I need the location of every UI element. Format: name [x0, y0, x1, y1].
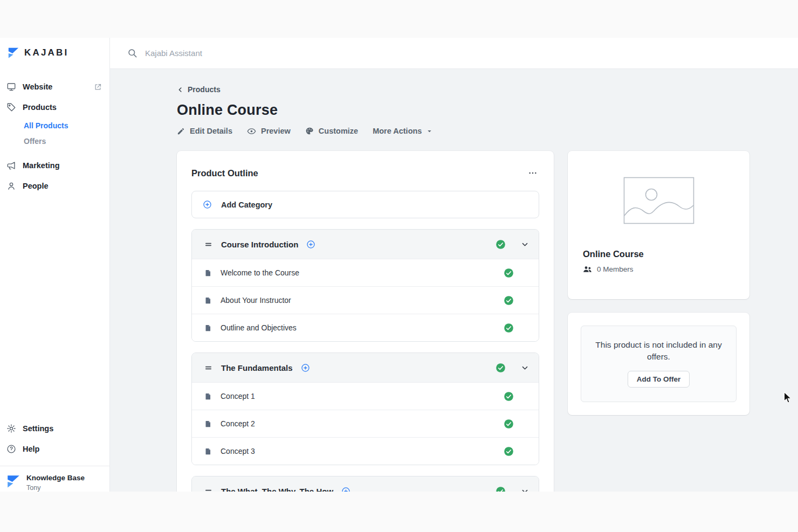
document-icon [204, 324, 212, 332]
collapse-chevron-icon[interactable] [521, 240, 529, 248]
lesson-title: Welcome to the Course [221, 268, 495, 277]
more-actions-button[interactable]: More Actions [373, 127, 432, 135]
members-label: 0 Members [597, 265, 634, 273]
lesson-title: Concept 2 [221, 419, 495, 428]
offers-empty-state: This product is not included in any offe… [581, 326, 737, 402]
user-name: Tony [26, 484, 85, 492]
published-check-icon [496, 486, 506, 492]
add-to-offer-button[interactable]: Add To Offer [628, 371, 690, 388]
drag-handle-icon[interactable] [204, 240, 212, 248]
sidebar: KAJABI Website Products All Prod [0, 38, 110, 492]
search-icon [127, 48, 137, 58]
main-content: Products Online Course Edit Details Prev… [110, 69, 798, 492]
sidebar-item-people[interactable]: People [0, 176, 109, 196]
collapse-chevron-icon[interactable] [521, 487, 529, 492]
product-summary-card: Online Course 0 Members [568, 151, 749, 299]
document-icon [204, 392, 212, 400]
lesson-row[interactable]: Concept 3 [192, 437, 539, 465]
kajabi-mark-avatar [6, 474, 20, 488]
add-lesson-icon[interactable] [341, 487, 350, 492]
section-header[interactable]: The Fundamentals [192, 353, 539, 382]
product-card-title: Online Course [583, 249, 749, 259]
published-check-icon [504, 391, 514, 402]
published-check-icon [504, 419, 514, 429]
monitor-icon [6, 82, 16, 92]
kajabi-logo[interactable]: KAJABI [0, 38, 109, 60]
sidebar-item-label: People [23, 182, 49, 190]
members-icon [583, 265, 592, 273]
page-title: Online Course [177, 102, 798, 119]
help-icon [6, 444, 16, 454]
kajabi-logo-icon [8, 47, 19, 59]
published-check-icon [496, 239, 506, 250]
eye-icon [247, 127, 256, 136]
image-placeholder-icon [623, 177, 694, 224]
drag-handle-icon[interactable] [204, 364, 212, 372]
collapse-chevron-icon[interactable] [521, 364, 529, 372]
published-check-icon [504, 295, 514, 306]
palette-icon [305, 127, 314, 135]
sidebar-item-offers[interactable]: Offers [0, 133, 109, 149]
drag-handle-icon[interactable] [204, 487, 212, 492]
lesson-row[interactable]: About Your Instructor [192, 286, 539, 314]
tag-icon [6, 102, 16, 112]
right-column: Online Course 0 Members This product i [568, 151, 749, 415]
offers-message: This product is not included in any offe… [590, 339, 727, 363]
top-search-bar [110, 38, 798, 69]
lesson-row[interactable]: Welcome to the Course [192, 259, 539, 286]
product-thumbnail-placeholder[interactable] [623, 177, 694, 224]
lesson-row[interactable]: Concept 2 [192, 410, 539, 437]
lesson-title: About Your Instructor [221, 296, 495, 305]
lesson-title: Concept 3 [221, 447, 495, 455]
sidebar-item-all-products[interactable]: All Products [0, 118, 109, 133]
lesson-row[interactable]: Outline and Objectives [192, 314, 539, 341]
outline-menu-button[interactable] [526, 169, 539, 177]
kajabi-logo-text: KAJABI [24, 47, 69, 58]
caret-down-icon [426, 128, 432, 134]
gear-icon [6, 424, 16, 433]
lesson-title: Concept 1 [221, 392, 495, 400]
add-category-button[interactable]: Add Category [191, 191, 539, 218]
published-check-icon [504, 268, 514, 278]
chevron-left-icon [177, 86, 184, 93]
add-lesson-icon[interactable] [306, 240, 315, 249]
plus-circle-icon [203, 200, 212, 209]
section-header[interactable]: The What. The Why. The How [192, 476, 539, 492]
document-icon [204, 447, 212, 455]
members-count[interactable]: 0 Members [583, 265, 749, 273]
external-link-icon[interactable] [94, 83, 102, 91]
section-title: The What. The Why. The How [221, 487, 333, 492]
add-lesson-icon[interactable] [301, 363, 310, 372]
section-title: Course Introduction [221, 240, 298, 249]
sidebar-item-label: Products [23, 103, 57, 112]
knowledge-base-label: Knowledge Base [26, 473, 85, 483]
preview-button[interactable]: Preview [247, 127, 291, 136]
sidebar-item-products[interactable]: Products [0, 97, 109, 118]
sidebar-item-settings[interactable]: Settings [0, 418, 109, 439]
search-input[interactable] [145, 49, 469, 58]
document-icon [204, 269, 212, 277]
outline-section: The Fundamentals Concept 1 Concept 2 Con… [191, 353, 539, 465]
action-bar: Edit Details Preview Customize More Acti… [177, 126, 798, 136]
sidebar-item-help[interactable]: Help [0, 439, 109, 459]
sidebar-item-marketing[interactable]: Marketing [0, 155, 109, 176]
document-icon [204, 296, 212, 305]
outline-section: The What. The Why. The How [191, 476, 539, 492]
sidebar-item-website[interactable]: Website [0, 77, 109, 97]
lesson-row[interactable]: Concept 1 [192, 382, 539, 410]
published-check-icon [496, 363, 506, 373]
breadcrumb[interactable]: Products [177, 85, 221, 94]
breadcrumb-label: Products [188, 85, 221, 94]
offers-card: This product is not included in any offe… [568, 313, 749, 415]
product-outline-card: Product Outline Add Category Course Intr… [177, 151, 554, 492]
customize-button[interactable]: Customize [305, 127, 358, 135]
section-header[interactable]: Course Introduction [192, 230, 539, 259]
sidebar-item-label: Settings [23, 424, 53, 433]
published-check-icon [504, 323, 514, 333]
lesson-title: Outline and Objectives [221, 323, 495, 332]
sidebar-item-label: Marketing [23, 161, 60, 170]
knowledge-base-item[interactable]: Knowledge Base Tony [0, 466, 109, 492]
app-window: KAJABI Website Products All Prod [0, 38, 798, 492]
person-icon [6, 181, 16, 191]
edit-details-button[interactable]: Edit Details [177, 127, 232, 135]
